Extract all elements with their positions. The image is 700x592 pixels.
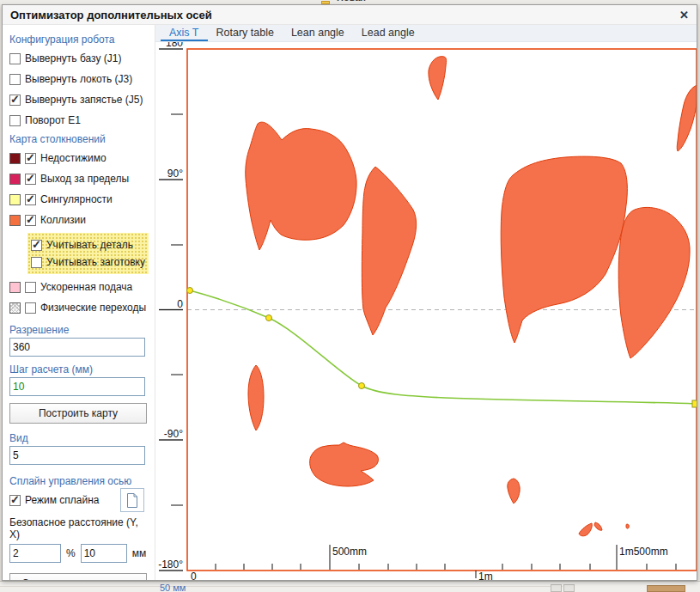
- resolution-label: Разрешение: [9, 324, 149, 336]
- option-row: Учитывать деталь: [31, 238, 145, 252]
- collision-region: [310, 442, 379, 486]
- build-map-button[interactable]: Построить карту: [9, 403, 147, 424]
- spline-control-point[interactable]: [359, 383, 365, 389]
- chart-panel: Axis TRotary tableLean angleLead angle 1…: [155, 25, 697, 580]
- close-icon[interactable]: ✕: [679, 9, 689, 21]
- background-text-fragment: Новая: [337, 0, 366, 3]
- step-label: Шаг расчета (мм): [9, 363, 149, 375]
- section-spline: Сплайн управления осью: [9, 475, 149, 487]
- view-label: Вид: [9, 432, 149, 444]
- option-label: Коллизии: [40, 214, 86, 226]
- checkbox[interactable]: [9, 53, 21, 64]
- step-input[interactable]: [9, 377, 145, 396]
- checkbox[interactable]: [25, 282, 36, 293]
- color-swatch: [9, 194, 21, 205]
- spline-control-point[interactable]: [187, 288, 193, 294]
- document-icon: [126, 493, 138, 508]
- spline-control-point[interactable]: [266, 315, 272, 321]
- background-app-bottom-strip: 50 мм: [0, 581, 700, 592]
- dialog-titlebar[interactable]: Оптимизатор дополнительных осей ✕: [3, 5, 697, 25]
- option-row: Недостижимо: [9, 150, 149, 166]
- tab-bar: Axis TRotary tableLean angleLead angle: [155, 25, 697, 42]
- option-label: Вывернуть локоть (J3): [25, 73, 132, 85]
- spline-file-button[interactable]: [120, 488, 144, 512]
- option-row: Сингулярности: [9, 192, 149, 207]
- checkbox[interactable]: [9, 115, 21, 126]
- collision-region: [677, 85, 697, 151]
- collision-region: [618, 207, 690, 358]
- spline-mode-checkbox[interactable]: [9, 495, 21, 506]
- safe-distance-label: Безопасное расстояние (Y, X): [9, 516, 149, 540]
- axis-optimizer-dialog: Оптимизатор дополнительных осей ✕ Конфиг…: [2, 4, 697, 581]
- checkbox[interactable]: [25, 215, 36, 226]
- checkbox[interactable]: [25, 174, 36, 185]
- percent-unit: %: [66, 547, 76, 559]
- view-input[interactable]: [9, 446, 145, 465]
- color-swatch: [9, 282, 21, 293]
- checkbox[interactable]: [31, 240, 42, 251]
- collision-region: [579, 523, 592, 536]
- y-axis-label: -180°: [158, 558, 183, 571]
- color-swatch: [9, 215, 21, 226]
- safe-distance-mm-input[interactable]: [81, 544, 127, 563]
- collision-region: [429, 57, 447, 100]
- checkbox[interactable]: [25, 194, 36, 205]
- collision-map-chart[interactable]: 18090°0-90°-180°500mm1m500mm01m: [155, 42, 697, 580]
- option-label: Учитывать заготовку: [46, 256, 145, 268]
- checkbox[interactable]: [31, 257, 42, 268]
- option-label: Ускоренная подача: [40, 281, 132, 293]
- section-collision-map: Карта столкновений: [9, 133, 149, 145]
- option-row: Вывернуть запястье (J5): [9, 92, 149, 107]
- color-swatch: [9, 174, 21, 185]
- option-row: Поворот E1: [9, 113, 149, 128]
- spline-end-point[interactable]: [692, 400, 697, 407]
- settings-sidebar: Конфигурация робота Вывернуть базу (J1)В…: [3, 25, 155, 580]
- checkbox[interactable]: [25, 153, 36, 164]
- checkbox[interactable]: [25, 302, 36, 314]
- tab-lean-angle[interactable]: Lean angle: [283, 25, 353, 41]
- background-splitter-button: [551, 584, 562, 592]
- x-axis-label: 0: [191, 571, 197, 580]
- option-row: Вывернуть локоть (J3): [9, 71, 149, 87]
- option-label: Выход за пределы: [40, 173, 129, 185]
- background-divider: [0, 586, 563, 587]
- y-axis-label: -90°: [164, 428, 183, 440]
- option-label: Поворот E1: [25, 114, 81, 126]
- option-row: Коллизии: [9, 212, 149, 228]
- dialog-title: Оптимизатор дополнительных осей: [10, 9, 212, 21]
- option-label: Недостижимо: [40, 152, 107, 164]
- color-swatch: [9, 302, 21, 314]
- mm-unit: мм: [132, 547, 147, 559]
- option-label: Физические переходы: [40, 302, 146, 314]
- resolution-input[interactable]: [9, 338, 145, 357]
- safe-distance-percent-input[interactable]: [9, 544, 61, 563]
- tab-axis-t[interactable]: Axis T: [161, 25, 208, 41]
- background-splitter-button: [563, 584, 575, 592]
- option-row: Ускоренная подача: [9, 279, 149, 295]
- tab-rotary-table[interactable]: Rotary table: [208, 25, 283, 41]
- x-axis-label: 1m: [478, 571, 493, 580]
- axis-t-chart-svg[interactable]: 18090°0-90°-180°500mm1m500mm01m: [155, 42, 697, 580]
- spline-mode-label: Режим сплайна: [25, 494, 100, 506]
- checkbox[interactable]: [9, 95, 21, 106]
- option-row: Вывернуть базу (J1): [9, 51, 149, 66]
- create-auto-button[interactable]: Создать автоматически: [9, 573, 147, 580]
- checkbox[interactable]: [9, 74, 21, 85]
- collision-region: [248, 365, 264, 430]
- collision-suboptions-box: Учитывать детальУчитывать заготовку: [27, 233, 149, 274]
- option-row: Учитывать заготовку: [31, 255, 145, 269]
- y-axis-label: 180: [166, 42, 183, 49]
- option-row: Физические переходы: [9, 300, 149, 315]
- collision-region: [501, 156, 627, 343]
- background-measure-label: 50 мм: [160, 583, 186, 592]
- collision-region: [508, 479, 520, 504]
- collision-region: [626, 524, 629, 528]
- tab-lead-angle[interactable]: Lead angle: [353, 25, 423, 41]
- background-panel-fragment: [647, 585, 685, 592]
- y-axis-label: 0: [177, 298, 183, 310]
- color-swatch: [9, 153, 21, 164]
- y-axis-label: 90°: [167, 168, 183, 180]
- option-label: Учитывать деталь: [46, 239, 133, 251]
- option-label: Вывернуть запястье (J5): [25, 94, 143, 106]
- option-label: Вывернуть базу (J1): [25, 52, 121, 64]
